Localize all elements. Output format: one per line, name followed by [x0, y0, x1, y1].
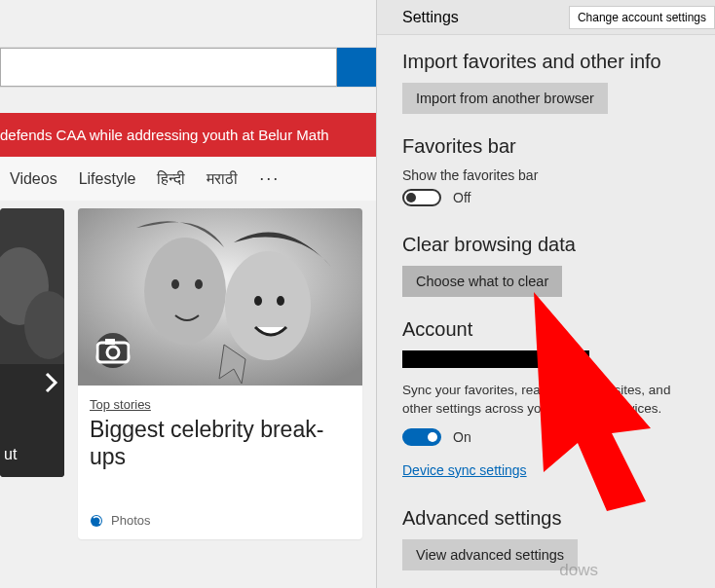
- favorites-bar-toggle[interactable]: [402, 189, 441, 206]
- tab-hindi[interactable]: हिन्दी: [157, 170, 185, 188]
- tab-videos[interactable]: Videos: [10, 170, 57, 188]
- news-card-title: Biggest celebrity break-ups: [90, 417, 351, 470]
- account-title: Account: [402, 318, 692, 341]
- svg-point-11: [277, 296, 284, 306]
- choose-clear-button[interactable]: Choose what to clear: [402, 266, 562, 297]
- main-content-area: defends CAA while addressing youth at Be…: [0, 0, 376, 588]
- top-stories-link[interactable]: Top stories: [90, 397, 151, 412]
- view-advanced-button[interactable]: View advanced settings: [402, 539, 578, 570]
- thumb-caption: ut: [0, 446, 17, 463]
- sync-toggle[interactable]: [402, 428, 441, 446]
- change-account-button[interactable]: Change account settings: [569, 6, 715, 29]
- news-card-source: Photos: [90, 513, 351, 528]
- settings-header: Settings Change account settings: [377, 0, 715, 35]
- search-bar: [0, 47, 376, 88]
- import-section-title: Import favorites and other info: [402, 51, 692, 73]
- favorites-bar-title: Favorites bar: [402, 135, 692, 158]
- tab-marathi[interactable]: मराठी: [207, 170, 238, 188]
- svg-rect-14: [105, 339, 115, 345]
- news-ticker[interactable]: defends CAA while addressing youth at Be…: [0, 113, 376, 157]
- clear-data-title: Clear browsing data: [402, 234, 692, 256]
- content-row: ut: [0, 208, 376, 539]
- device-sync-link[interactable]: Device sync settings: [402, 462, 527, 478]
- favorites-bar-toggle-label: Off: [453, 190, 470, 205]
- source-icon: [90, 514, 103, 528]
- advanced-title: Advanced settings: [402, 507, 692, 530]
- search-input[interactable]: [0, 48, 337, 87]
- nav-tabs: Videos Lifestyle हिन्दी मराठी ···: [0, 157, 376, 201]
- carousel-thumb[interactable]: ut: [0, 208, 64, 477]
- news-card-body: Top stories Biggest celebrity break-ups …: [78, 386, 362, 539]
- favorites-bar-label: Show the favorites bar: [402, 167, 692, 183]
- settings-panel: Settings Change account settings Import …: [376, 0, 715, 588]
- source-label: Photos: [111, 513, 150, 528]
- svg-point-6: [144, 238, 226, 345]
- svg-point-10: [254, 296, 262, 306]
- svg-point-8: [171, 279, 179, 289]
- account-email-redacted: [402, 350, 589, 368]
- svg-point-13: [107, 347, 119, 358]
- news-card-image: [78, 208, 362, 386]
- search-button[interactable]: [337, 48, 376, 87]
- sync-toggle-label: On: [453, 429, 471, 445]
- camera-icon: [95, 333, 131, 368]
- tab-lifestyle[interactable]: Lifestyle: [79, 170, 136, 188]
- import-button[interactable]: Import from another browser: [402, 83, 608, 114]
- settings-body[interactable]: Import favorites and other info Import f…: [377, 35, 715, 588]
- svg-point-7: [225, 251, 311, 360]
- svg-point-9: [195, 279, 203, 289]
- sync-description: Sync your favorites, reading list, top s…: [402, 382, 692, 419]
- tabs-more-icon[interactable]: ···: [259, 168, 280, 189]
- settings-title: Settings: [402, 9, 459, 26]
- news-card[interactable]: Top stories Biggest celebrity break-ups …: [78, 208, 362, 539]
- carousel-next-icon[interactable]: [45, 372, 58, 399]
